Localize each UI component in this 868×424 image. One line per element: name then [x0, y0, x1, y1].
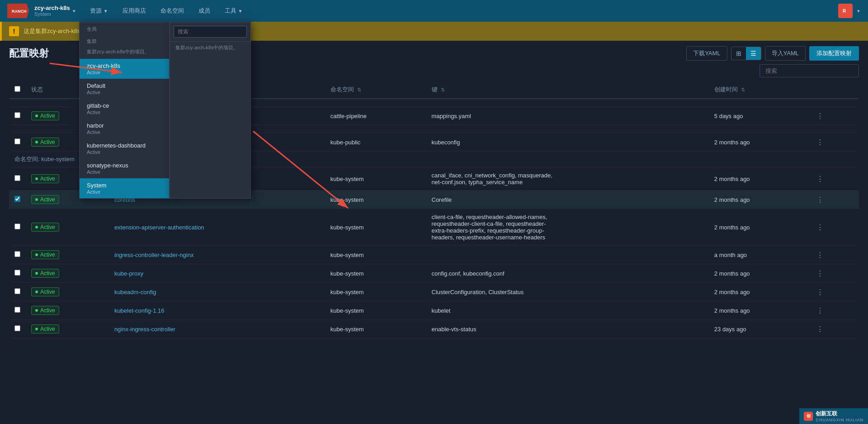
config-name-link[interactable]: kubelet-config-1.16 [114, 307, 165, 314]
row-action-menu[interactable]: ⋮ [814, 287, 826, 297]
add-config-button[interactable]: 添加配置映射 [809, 46, 859, 61]
cluster-selector[interactable]: zcy-arch-k8s System ▼ [34, 5, 76, 18]
config-name-link[interactable]: kube-proxy [114, 270, 143, 277]
row-checkbox-cell [9, 167, 26, 191]
config-name-link[interactable]: kubeadm-config [114, 289, 156, 295]
ns-search-input[interactable] [174, 26, 247, 38]
row-actions-cell: ⋮ [808, 209, 859, 246]
row-checkbox[interactable] [14, 288, 20, 294]
svg-text:RANCHER: RANCHER [12, 9, 26, 14]
nav-item-resources[interactable]: 资源 ▼ [84, 3, 114, 19]
row-action-menu[interactable]: ⋮ [814, 195, 826, 205]
ns-name-system: System [87, 182, 162, 189]
row-actions-cell: ⋮ [808, 320, 859, 338]
row-checkbox[interactable] [14, 270, 20, 276]
status-dot-icon [35, 141, 38, 143]
row-action-menu[interactable]: ⋮ [814, 111, 826, 121]
table-row: Active kubelet-config-1.16 kube-system k… [9, 301, 859, 320]
ns-status-sonatype: Active [87, 169, 162, 175]
svg-text:R: R [843, 9, 846, 14]
row-action-menu[interactable]: ⋮ [814, 138, 826, 147]
row-action-menu[interactable]: ⋮ [814, 250, 826, 260]
cluster-hint: 集群zcy-arch-k8s中的项目。 [80, 47, 169, 59]
nav-item-appstore[interactable]: 应用商店 [116, 3, 152, 19]
row-action-menu[interactable]: ⋮ [814, 324, 826, 334]
nav-resources-label: 资源 [90, 7, 102, 15]
row-ns-cell: kube-system [325, 209, 426, 246]
row-actions-cell: ⋮ [808, 246, 859, 264]
cluster-label: System [34, 11, 70, 17]
th-keys-sort-icon: ⇅ [441, 87, 445, 92]
ns-item-kubernetes-dashboard[interactable]: kubernetes-dashboard Active [80, 138, 169, 158]
config-name-link[interactable]: ingress-controller-leader-nginx [114, 252, 194, 258]
ns-item-default[interactable]: Default Active [80, 79, 169, 99]
status-text: Active [40, 196, 55, 203]
user-menu-chevron[interactable]: ▼ [856, 9, 861, 14]
select-all-checkbox[interactable] [14, 86, 20, 92]
row-name-cell: kube-proxy [109, 264, 325, 283]
nav-item-tools[interactable]: 工具 ▼ [218, 3, 249, 19]
ns-item-sonatype[interactable]: sonatype-nexus Active [80, 158, 169, 178]
row-created-cell: 2 months ago [709, 264, 809, 283]
row-ns-cell: kube-system [325, 167, 426, 191]
download-yaml-button[interactable]: 下载YAML [686, 46, 727, 61]
row-checkbox[interactable] [14, 307, 20, 313]
nav-tools-chevron: ▼ [238, 9, 243, 14]
row-created-cell: 2 months ago [709, 167, 809, 191]
ns-item-system[interactable]: System Active [80, 178, 169, 198]
row-checkbox[interactable] [14, 112, 20, 118]
row-checkbox[interactable] [14, 251, 20, 257]
cluster-namespace-list: 全局 集群 集群zcy-arch-k8s中的项目。 zcy-arch-k8s A… [79, 22, 170, 199]
import-yaml-button[interactable]: 导入YAML [765, 46, 806, 61]
ns-item-harbor[interactable]: harbor Active [80, 119, 169, 138]
nav-item-namespace[interactable]: 命名空间 [154, 3, 190, 19]
ns-section-hint: 集群zcy-arch-k8s中的项目。 [170, 42, 250, 52]
ns-name-default: Default [87, 82, 162, 89]
row-status-cell: Active [26, 246, 109, 264]
ns-name-k8s-dashboard: kubernetes-dashboard [87, 142, 162, 149]
row-checkbox[interactable] [14, 138, 20, 144]
namespace-sub-dropdown: 集群zcy-arch-k8s中的项目。 [170, 22, 251, 199]
th-created[interactable]: 创建时间 ⇅ [709, 81, 809, 99]
row-action-menu[interactable]: ⋮ [814, 269, 826, 278]
row-checkbox-cell [9, 107, 26, 125]
status-badge: Active [31, 138, 59, 147]
th-namespace[interactable]: 命名空间 ⇅ [325, 81, 426, 99]
config-name-link[interactable]: extension-apiserver-authentication [114, 224, 204, 231]
config-name-link[interactable]: nginx-ingress-controller [114, 326, 175, 333]
table-row: Active kubeadm-config kube-system Cluste… [9, 283, 859, 301]
th-keys[interactable]: 键 ⇅ [426, 81, 709, 99]
user-avatar[interactable]: R [838, 4, 853, 18]
ns-name-harbor: harbor [87, 122, 162, 129]
row-name-cell: kubelet-config-1.16 [109, 301, 325, 320]
status-dot-icon [35, 309, 38, 312]
row-checkbox[interactable] [14, 224, 20, 229]
row-action-menu[interactable]: ⋮ [814, 174, 826, 184]
cluster-section-label: 集群 [80, 34, 169, 47]
bottom-watermark: 创 创新互联 CHUANGXIN HULIAN [799, 408, 868, 424]
row-checkbox[interactable] [14, 196, 20, 202]
ns-status-system: Active [87, 189, 162, 195]
view-list-button[interactable]: ☰ [746, 47, 761, 60]
row-actions-cell: ⋮ [808, 107, 859, 125]
row-name-cell: extension-apiserver-authentication [109, 209, 325, 246]
ns-item-zcy-arch-k8s[interactable]: zcy-arch-k8s Active [80, 59, 169, 79]
row-action-menu[interactable]: ⋮ [814, 306, 826, 315]
row-ns-cell: kube-system [325, 191, 426, 209]
row-checkbox[interactable] [14, 325, 20, 331]
row-name-cell: kubeadm-config [109, 283, 325, 301]
ns-search-box [170, 22, 250, 42]
status-dot-icon [35, 226, 38, 229]
watermark-icon: 创 [804, 412, 813, 421]
row-action-menu[interactable]: ⋮ [814, 223, 826, 232]
row-checkbox[interactable] [14, 175, 20, 181]
row-ns-cell: kube-system [325, 301, 426, 320]
status-badge: Active [31, 223, 59, 232]
ns-item-gitlab[interactable]: gitlab-ce Active [80, 99, 169, 119]
status-text: Active [40, 224, 55, 230]
search-input[interactable] [760, 64, 859, 77]
view-grid-button[interactable]: ⊞ [731, 47, 746, 60]
status-text: Active [40, 270, 55, 276]
status-text: Active [40, 289, 55, 295]
nav-item-members[interactable]: 成员 [192, 3, 217, 19]
